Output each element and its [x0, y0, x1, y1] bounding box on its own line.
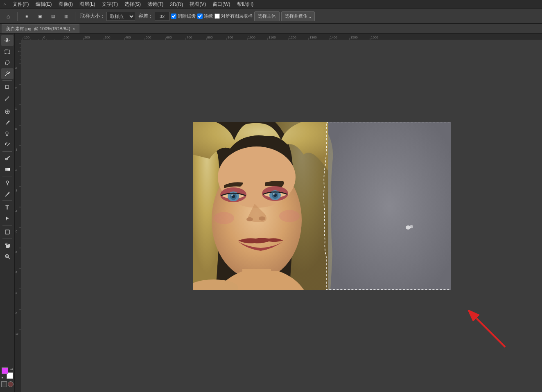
tab-filename: 美白素材.jpg [6, 26, 32, 32]
sample-size-label: 取样大小： [80, 13, 105, 20]
svg-text:900: 900 [228, 36, 233, 39]
left-tool-sep-7 [2, 239, 12, 239]
foreground-swatch[interactable] [2, 367, 8, 374]
menu-window[interactable]: 窗口(W) [212, 1, 230, 8]
svg-rect-8 [6, 86, 9, 88]
tool-select-rect[interactable] [1, 46, 14, 57]
svg-text:500: 500 [146, 36, 151, 39]
menu-home-icon[interactable]: ⌂ [3, 2, 6, 7]
menu-view[interactable]: 视图(V) [190, 1, 206, 8]
menu-text[interactable]: 文字(T) [102, 1, 118, 8]
svg-text:800: 800 [207, 36, 213, 39]
main-area: T ⇄ ■ [0, 34, 542, 392]
ruler-left: 4 3 2 1 0 -1 -2 -3 -4 [15, 40, 21, 392]
svg-point-107 [231, 194, 233, 196]
menu-select[interactable]: 选择(S) [124, 1, 141, 8]
tool-spot-heal[interactable] [1, 106, 14, 117]
svg-point-19 [5, 196, 6, 197]
anti-alias-checkbox[interactable] [171, 14, 176, 19]
swap-colors-icon[interactable]: ⇄ [10, 367, 13, 371]
document-tab[interactable]: 美白素材.jpg @ 100%(RGB/8#) × [2, 24, 79, 33]
tool-magic-wand[interactable] [1, 68, 14, 79]
svg-rect-118 [328, 122, 451, 290]
menu-3d[interactable]: 3D(D) [170, 2, 183, 7]
tool-clone-stamp[interactable] [1, 128, 14, 139]
canvas-wrapper: -100 0 100 200 300 400 500 600 7 [15, 34, 542, 392]
tool-eraser[interactable] [1, 153, 14, 164]
svg-rect-16 [5, 168, 10, 171]
svg-text:-5: -5 [15, 230, 17, 233]
canvas-image: .sel-dash { fill: none; stroke: white; s… [193, 122, 451, 290]
tool-eyedropper[interactable] [1, 93, 14, 104]
all-layers-label: 对所有图层取样 [221, 13, 253, 19]
menu-bar: ⌂ 文件(F) 编辑(E) 图像(I) 图层(L) 文字(T) 选择(S) 滤镜… [0, 0, 542, 9]
menu-help[interactable]: 帮助(H) [237, 1, 254, 8]
svg-text:1100: 1100 [269, 36, 276, 39]
all-layers-checkbox[interactable] [215, 14, 220, 19]
svg-text:1400: 1400 [330, 36, 337, 39]
svg-text:700: 700 [187, 36, 192, 39]
menu-image[interactable]: 图像(I) [59, 1, 73, 8]
sample-size-dropdown[interactable]: 取样点 [106, 12, 135, 21]
svg-text:-2: -2 [15, 169, 17, 171]
tab-close-button[interactable]: × [73, 27, 75, 31]
svg-text:1600: 1600 [371, 36, 378, 39]
tool-lasso[interactable] [1, 57, 14, 68]
portrait-photo [193, 122, 328, 290]
svg-point-17 [6, 181, 9, 183]
left-tool-sep-2 [2, 105, 12, 105]
svg-text:-4: -4 [15, 210, 17, 212]
quick-mask-on-icon[interactable] [8, 381, 14, 387]
select-and-mask-button[interactable]: 选择并遮住... [281, 11, 315, 21]
tool-mode-icon-1[interactable]: ■ [21, 11, 32, 22]
tool-zoom[interactable] [1, 251, 14, 262]
tool-path-select[interactable] [1, 213, 14, 224]
svg-text:400: 400 [125, 36, 131, 39]
contiguous-group: 连续 [197, 13, 213, 19]
svg-text:1500: 1500 [350, 36, 358, 39]
toolbar: ⌂ ■ ▣ ▤ ▥ 取样大小： 取样点 容差： 消除锯齿 连续 对所有图层取样 … [0, 9, 542, 24]
tool-hand[interactable] [1, 240, 14, 251]
svg-marker-2 [8, 72, 10, 74]
left-tool-sep-3 [2, 151, 12, 152]
svg-text:100: 100 [64, 36, 70, 39]
tool-shape[interactable] [1, 227, 14, 237]
menu-file[interactable]: 文件(F) [13, 1, 29, 8]
contiguous-checkbox[interactable] [197, 14, 203, 19]
svg-text:300: 300 [105, 36, 111, 39]
tool-pen[interactable] [1, 189, 14, 199]
tool-mode-icon-3[interactable]: ▤ [47, 11, 59, 22]
canvas-area: .sel-dash { fill: none; stroke: white; s… [21, 40, 542, 392]
tool-move[interactable] [1, 35, 14, 46]
tool-mode-icon-4[interactable]: ▥ [60, 11, 72, 22]
tool-crop[interactable] [1, 82, 14, 92]
menu-edit[interactable]: 编辑(E) [36, 1, 52, 8]
svg-point-13 [6, 132, 8, 134]
svg-rect-0 [5, 50, 10, 54]
anti-alias-label: 消除锯齿 [178, 13, 196, 19]
svg-text:-7: -7 [15, 271, 17, 274]
tool-mode-icon-2[interactable]: ▣ [34, 11, 45, 22]
svg-text:1: 1 [15, 107, 17, 110]
tolerance-input[interactable] [155, 12, 169, 21]
svg-text:4: 4 [18, 50, 20, 53]
quick-mask-off-icon[interactable] [1, 381, 7, 387]
tool-type[interactable]: T [1, 202, 14, 213]
tab-bar: 美白素材.jpg @ 100%(RGB/8#) × [0, 24, 542, 34]
tool-brush[interactable] [1, 117, 14, 128]
menu-layer[interactable]: 图层(L) [79, 1, 95, 8]
svg-text:200: 200 [84, 36, 90, 39]
svg-text:-100: -100 [23, 36, 30, 39]
tool-history-brush[interactable] [1, 140, 14, 150]
svg-point-113 [259, 216, 265, 221]
select-subject-button[interactable]: 选择主体 [254, 11, 280, 21]
home-icon[interactable]: ⌂ [2, 11, 14, 22]
contiguous-label: 连续 [204, 13, 213, 19]
reset-colors-icon[interactable]: ■ [2, 376, 3, 379]
svg-point-120 [410, 225, 413, 228]
tool-gradient[interactable] [1, 164, 14, 175]
svg-text:0: 0 [43, 36, 45, 39]
menu-filter[interactable]: 滤镜(T) [147, 1, 163, 8]
tolerance-label: 容差： [138, 13, 153, 20]
tool-dodge[interactable] [1, 178, 14, 188]
